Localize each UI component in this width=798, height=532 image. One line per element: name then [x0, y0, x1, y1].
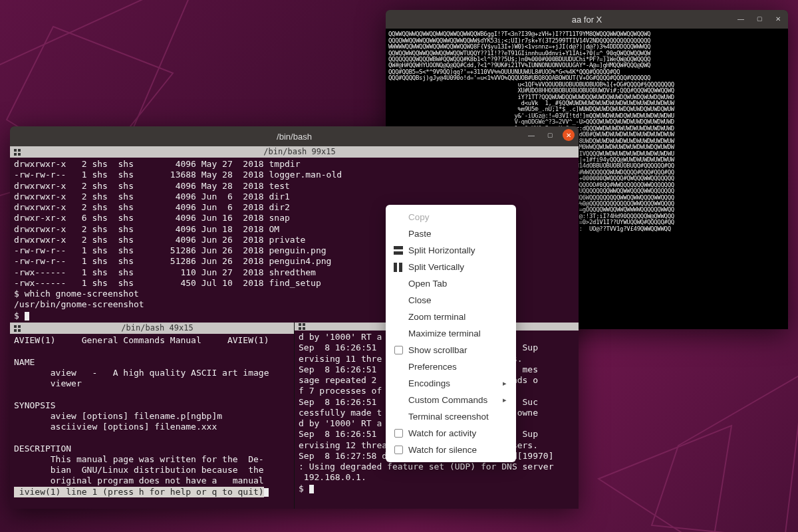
cursor-icon: [25, 312, 29, 321]
menu-item-label: Preferences: [408, 362, 457, 372]
blank-icon: [394, 379, 403, 388]
menu-item-watch-for-activity[interactable]: Watch for activity: [386, 425, 516, 442]
pane-title-label: /bin/bash 99x15: [25, 147, 575, 157]
close-icon[interactable]: [563, 129, 575, 141]
menu-item-label: Watch for silence: [408, 445, 477, 455]
menu-item-label: Close: [408, 295, 432, 305]
menu-item-label: Terminal screenshot: [408, 412, 489, 422]
pane-bottom-left[interactable]: AVIEW(1) General Commands Manual AVIEW(1…: [10, 334, 294, 509]
pane-grid-icon: [299, 323, 305, 330]
blank-icon: [394, 329, 403, 338]
split-v-icon: [394, 263, 403, 272]
menu-item-label: Custom Commands: [408, 395, 487, 405]
menu-item-paste[interactable]: Paste: [386, 225, 516, 242]
pane-grid-icon: [14, 325, 21, 332]
maximize-icon[interactable]: [753, 13, 765, 25]
menu-item-terminal-screenshot[interactable]: Terminal screenshot: [386, 408, 516, 425]
terminator-titlebar[interactable]: /bin/bash: [10, 126, 579, 146]
minimize-icon[interactable]: [525, 129, 537, 141]
close-icon[interactable]: [772, 13, 784, 25]
checkbox-icon: [394, 346, 403, 354]
blank-icon: [394, 296, 403, 305]
blank-icon: [394, 362, 403, 372]
menu-item-label: Watch for activity: [408, 428, 476, 438]
menu-item-label: Copy: [408, 212, 430, 222]
menu-item-label: Maximize terminal: [408, 329, 481, 338]
cursor-icon: [264, 488, 269, 497]
menu-item-close[interactable]: Close: [386, 292, 516, 309]
cursor-icon: [309, 485, 314, 493]
prompt: $: [299, 483, 309, 493]
menu-item-label: Show scrollbar: [408, 345, 467, 355]
menu-item-watch-for-silence[interactable]: Watch for silence: [386, 442, 516, 458]
checkbox-icon: [394, 446, 403, 454]
blank-icon: [394, 313, 403, 322]
blank-icon: [394, 412, 403, 422]
menu-item-label: Split Horizontally: [408, 245, 475, 255]
menu-item-open-tab[interactable]: Open Tab: [386, 275, 516, 292]
checkbox-icon: [394, 429, 403, 438]
menu-item-show-scrollbar[interactable]: Show scrollbar: [386, 342, 516, 358]
menu-item-encodings[interactable]: Encodings: [386, 375, 516, 392]
pane-title-top[interactable]: /bin/bash 99x15: [10, 146, 579, 158]
blank-icon: [394, 396, 403, 405]
pane-grid-icon: [14, 149, 21, 156]
menu-item-preferences[interactable]: Preferences: [386, 358, 516, 375]
menu-item-label: Zoom terminal: [408, 312, 466, 322]
pane-title-bottom-left[interactable]: /bin/bash 49x15: [10, 323, 294, 334]
blank-icon: [394, 279, 403, 289]
menu-item-label: Split Vertically: [408, 262, 464, 272]
menu-item-custom-commands[interactable]: Custom Commands: [386, 392, 516, 408]
menu-item-label: Open Tab: [408, 279, 447, 289]
menu-item-zoom-terminal[interactable]: Zoom terminal: [386, 309, 516, 325]
menu-item-label: Encodings: [408, 378, 450, 388]
menu-item-split-horizontally[interactable]: Split Horizontally: [386, 242, 516, 259]
menu-item-label: Paste: [408, 229, 432, 239]
terminator-title: /bin/bash: [10, 132, 579, 142]
pane-title-label: /bin/bash 49x15: [25, 323, 290, 333]
manpage-status: iview(1) line 1 (press h for help or q t…: [14, 487, 264, 497]
minimize-icon[interactable]: [735, 13, 747, 25]
split-h-icon: [394, 246, 403, 255]
prompt: $: [14, 311, 25, 321]
aa-titlebar[interactable]: aa for X: [386, 10, 788, 29]
menu-item-copy: Copy: [386, 209, 516, 225]
maximize-icon[interactable]: [544, 129, 556, 141]
menu-item-maximize-terminal[interactable]: Maximize terminal: [386, 325, 516, 342]
aa-title: aa for X: [386, 15, 788, 25]
blank-icon: [394, 229, 403, 239]
blank-icon: [394, 213, 403, 222]
menu-item-split-vertically[interactable]: Split Vertically: [386, 259, 516, 275]
terminal-context-menu[interactable]: CopyPasteSplit HorizontallySplit Vertica…: [386, 205, 516, 462]
